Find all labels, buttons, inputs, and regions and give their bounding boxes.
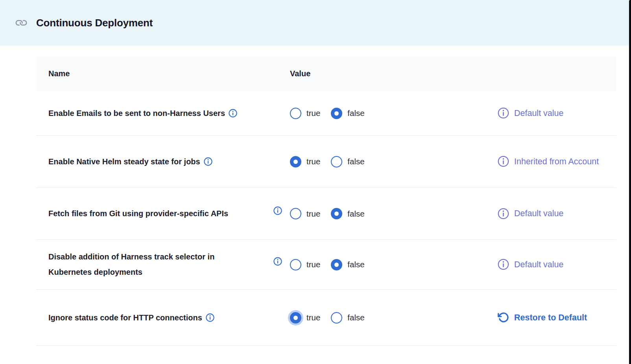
info-icon[interactable] bbox=[204, 157, 212, 166]
radio-option-false[interactable]: false bbox=[331, 156, 364, 167]
radio-true-label: true bbox=[306, 157, 320, 166]
status-label[interactable]: Inherited from Account bbox=[514, 155, 599, 168]
link-icon[interactable] bbox=[13, 15, 29, 31]
setting-name-cell: Enable Native Helm steady state for jobs bbox=[36, 154, 273, 169]
setting-status-cell: Restore to Default bbox=[494, 311, 616, 324]
radio-false-circle[interactable] bbox=[331, 259, 342, 270]
setting-name-label: Enable Native Helm steady state for jobs bbox=[48, 154, 200, 169]
value-info-slot bbox=[273, 260, 290, 269]
info-circle-icon[interactable] bbox=[498, 208, 509, 219]
column-header-value: Value bbox=[273, 69, 494, 78]
radio-false-circle[interactable] bbox=[331, 312, 342, 324]
status-label[interactable]: Default value bbox=[514, 258, 564, 271]
table-row: Disable addition of Harness track select… bbox=[36, 240, 616, 290]
restore-icon[interactable] bbox=[498, 312, 509, 323]
setting-name-label: Fetch files from Git using provider-spec… bbox=[48, 206, 228, 221]
table-header-row: Name Value bbox=[36, 56, 616, 91]
radio-false-circle[interactable] bbox=[331, 208, 342, 219]
radio-option-false[interactable]: false bbox=[331, 312, 364, 324]
section-header: Continuous Deployment bbox=[0, 0, 631, 46]
setting-name-cell: Fetch files from Git using provider-spec… bbox=[36, 206, 273, 221]
radio-false-label: false bbox=[347, 157, 364, 166]
table-row: Enable Native Helm steady state for jobs… bbox=[36, 136, 616, 188]
radio-false-circle[interactable] bbox=[331, 156, 342, 167]
radio-true-label: true bbox=[306, 209, 320, 219]
radio-option-false[interactable]: false bbox=[331, 259, 364, 270]
radio-option-true[interactable]: true bbox=[290, 108, 320, 119]
table-row: Enable Emails to be sent to non-Harness … bbox=[36, 91, 616, 136]
column-header-name: Name bbox=[36, 69, 273, 78]
setting-status-cell: Inherited from Account bbox=[494, 155, 616, 168]
info-circle-icon[interactable] bbox=[498, 156, 509, 167]
setting-name-label: Disable addition of Harness track select… bbox=[48, 249, 257, 280]
radio-true-circle[interactable] bbox=[290, 208, 301, 219]
radio-option-true[interactable]: true bbox=[290, 259, 320, 270]
radio-option-false[interactable]: false bbox=[331, 208, 364, 219]
setting-value-cell: true false bbox=[273, 259, 494, 270]
info-circle-icon[interactable] bbox=[498, 259, 509, 270]
radio-false-label: false bbox=[347, 313, 364, 322]
radio-option-true[interactable]: true bbox=[290, 156, 320, 167]
setting-value-cell: true false bbox=[273, 156, 494, 167]
setting-status-cell: Default value bbox=[494, 107, 616, 120]
info-circle-icon[interactable] bbox=[498, 107, 509, 119]
status-label[interactable]: Default value bbox=[514, 107, 564, 120]
setting-status-cell: Default value bbox=[494, 207, 616, 220]
setting-value-cell: true false bbox=[273, 312, 494, 324]
radio-option-true[interactable]: true bbox=[290, 312, 320, 324]
setting-value-cell: true false bbox=[273, 208, 494, 219]
radio-true-circle[interactable] bbox=[290, 259, 301, 270]
radio-true-circle[interactable] bbox=[290, 312, 301, 324]
radio-false-label: false bbox=[347, 108, 364, 118]
page-title: Continuous Deployment bbox=[36, 17, 153, 29]
radio-true-label: true bbox=[306, 108, 320, 118]
setting-name-cell: Enable Emails to be sent to non-Harness … bbox=[36, 106, 273, 121]
radio-false-circle[interactable] bbox=[331, 108, 342, 119]
radio-false-label: false bbox=[347, 260, 364, 269]
setting-status-cell: Default value bbox=[494, 258, 616, 271]
radio-option-true[interactable]: true bbox=[290, 208, 320, 219]
setting-value-cell: true false bbox=[273, 108, 494, 119]
radio-false-label: false bbox=[347, 209, 364, 219]
radio-true-label: true bbox=[306, 260, 320, 269]
info-icon[interactable] bbox=[206, 313, 214, 322]
settings-table: Name Value Enable Emails to be sent to n… bbox=[36, 56, 616, 346]
radio-true-label: true bbox=[306, 313, 320, 322]
radio-true-circle[interactable] bbox=[290, 156, 301, 167]
status-label[interactable]: Default value bbox=[514, 207, 564, 220]
settings-rows: Enable Emails to be sent to non-Harness … bbox=[36, 91, 616, 346]
info-icon[interactable] bbox=[273, 257, 282, 266]
setting-name-label: Enable Emails to be sent to non-Harness … bbox=[48, 106, 225, 121]
setting-name-cell: Ignore status code for HTTP connections bbox=[36, 310, 273, 325]
info-icon[interactable] bbox=[229, 109, 237, 118]
status-label[interactable]: Restore to Default bbox=[514, 311, 587, 324]
setting-name-label: Ignore status code for HTTP connections bbox=[48, 310, 202, 325]
radio-option-false[interactable]: false bbox=[331, 108, 364, 119]
table-row: Ignore status code for HTTP connections … bbox=[36, 290, 616, 346]
value-info-slot bbox=[273, 210, 290, 218]
table-row: Fetch files from Git using provider-spec… bbox=[36, 188, 616, 240]
radio-true-circle[interactable] bbox=[290, 108, 301, 119]
screenshot-right-edge bbox=[629, 0, 631, 364]
setting-name-cell: Disable addition of Harness track select… bbox=[36, 249, 273, 280]
info-icon[interactable] bbox=[273, 206, 282, 215]
